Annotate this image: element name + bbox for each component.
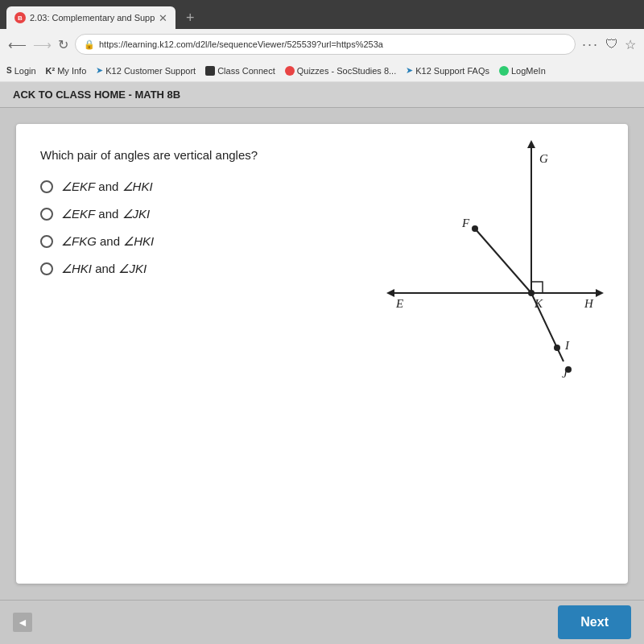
address-bar-row: ⟵ ⟶ ↻ 🔒 https://learning.k12.com/d2l/le/… bbox=[0, 29, 644, 60]
option-4-text: ∠HKI and ∠JKI bbox=[61, 262, 147, 276]
active-tab[interactable]: B 2.03: Complementary and Supp ✕ bbox=[6, 6, 175, 29]
opt3-angle2: ∠HKI bbox=[123, 234, 154, 248]
diagram-area: G F E K H I J bbox=[378, 140, 604, 382]
address-text: https://learning.k12.com/d2l/le/sequence… bbox=[99, 39, 383, 49]
bookmark-star-icon[interactable]: ☆ bbox=[625, 37, 636, 52]
opt2-angle2: ∠JKI bbox=[122, 207, 151, 221]
lock-icon: 🔒 bbox=[84, 39, 95, 50]
bookmark-logmein[interactable]: LogMeIn bbox=[499, 66, 546, 76]
quizzes-label: Quizzes - SocStudies 8... bbox=[297, 66, 397, 76]
k12-arrow-icon: ➤ bbox=[96, 65, 103, 76]
opt4-angle2: ∠JKI bbox=[118, 262, 147, 275]
label-K: K bbox=[534, 297, 543, 310]
bookmark-class-connect[interactable]: Class Connect bbox=[205, 66, 275, 76]
page-header: ACK TO CLASS HOME - MATH 8B bbox=[0, 82, 644, 108]
tab-title: 2.03: Complementary and Supp bbox=[30, 13, 155, 23]
label-E: E bbox=[395, 297, 403, 310]
opt3-angle1: ∠FKG bbox=[61, 234, 97, 248]
more-options-icon[interactable]: ··· bbox=[582, 36, 599, 53]
breadcrumb: ACK TO CLASS HOME - MATH 8B bbox=[13, 89, 180, 101]
geometry-diagram: G F E K H I J bbox=[378, 140, 604, 382]
radio-4[interactable] bbox=[40, 262, 53, 275]
k2-icon: K² bbox=[46, 66, 56, 76]
label-G: G bbox=[539, 152, 548, 165]
shield-icon: 🛡 bbox=[605, 37, 618, 52]
forward-button[interactable]: ⟶ bbox=[33, 37, 52, 52]
back-button[interactable]: ◄ bbox=[13, 613, 32, 632]
class-connect-icon bbox=[205, 66, 215, 76]
opt1-angle1: ∠EKF bbox=[61, 180, 95, 193]
k12-support-label: K12 Support FAQs bbox=[415, 66, 489, 76]
svg-marker-2 bbox=[596, 289, 604, 297]
opt2-and: and bbox=[98, 207, 122, 221]
back-button[interactable]: ⟵ bbox=[8, 37, 27, 52]
tab-bar: B 2.03: Complementary and Supp ✕ + bbox=[0, 0, 644, 29]
class-connect-label: Class Connect bbox=[217, 66, 275, 76]
browser-window: B 2.03: Complementary and Supp ✕ + ⟵ ⟶ ↻… bbox=[0, 0, 644, 644]
bookmark-my-info[interactable]: K² My Info bbox=[46, 66, 87, 76]
s-login-label: Login bbox=[14, 66, 36, 76]
svg-marker-3 bbox=[386, 289, 394, 297]
reload-button[interactable]: ↻ bbox=[58, 37, 68, 52]
option-1-text: ∠EKF and ∠HKI bbox=[61, 180, 153, 194]
next-button[interactable]: Next bbox=[558, 605, 631, 639]
quizzes-icon bbox=[285, 66, 295, 76]
browser-controls: ⟵ ⟶ ↻ bbox=[8, 37, 68, 52]
bookmark-k12-support[interactable]: ➤ K12 Support FAQs bbox=[406, 65, 489, 76]
svg-point-10 bbox=[554, 345, 560, 351]
opt2-angle1: ∠EKF bbox=[61, 207, 95, 221]
bookmark-customer-support[interactable]: ➤ K12 Customer Support bbox=[96, 65, 196, 76]
opt1-and: and bbox=[98, 180, 122, 193]
address-bar[interactable]: 🔒 https://learning.k12.com/d2l/le/sequen… bbox=[75, 34, 576, 55]
radio-2[interactable] bbox=[40, 208, 53, 221]
s-login-icon: S bbox=[6, 66, 12, 75]
bookmarks-bar: S Login K² My Info ➤ K12 Customer Suppor… bbox=[0, 60, 644, 82]
svg-point-8 bbox=[472, 225, 478, 232]
svg-point-12 bbox=[528, 290, 535, 296]
opt4-angle1: ∠HKI bbox=[61, 262, 92, 275]
label-I: I bbox=[564, 339, 570, 352]
opt4-and: and bbox=[95, 262, 118, 275]
radio-3[interactable] bbox=[40, 235, 53, 248]
logmein-label: LogMeIn bbox=[511, 66, 546, 76]
opt3-and: and bbox=[100, 234, 123, 248]
svg-marker-5 bbox=[527, 140, 535, 148]
nav-bar: ◄ Next bbox=[0, 600, 644, 644]
logmein-icon bbox=[499, 66, 509, 76]
radio-1[interactable] bbox=[40, 180, 53, 193]
option-3-text: ∠FKG and ∠HKI bbox=[61, 234, 154, 249]
tab-favicon: B bbox=[14, 12, 26, 23]
bookmark-quizzes[interactable]: Quizzes - SocStudies 8... bbox=[285, 66, 397, 76]
page-content: ACK TO CLASS HOME - MATH 8B Which pair o… bbox=[0, 82, 644, 644]
label-H: H bbox=[584, 297, 594, 310]
page-body: Which pair of angles are vertical angles… bbox=[0, 108, 644, 600]
question-card: Which pair of angles are vertical angles… bbox=[16, 124, 628, 584]
bookmark-s-login[interactable]: S Login bbox=[6, 66, 36, 76]
svg-line-7 bbox=[475, 229, 531, 293]
my-info-label: My Info bbox=[57, 66, 86, 76]
new-tab-button[interactable]: + bbox=[179, 6, 201, 29]
option-2-text: ∠EKF and ∠JKI bbox=[61, 207, 150, 221]
label-F: F bbox=[461, 217, 470, 229]
tab-close-button[interactable]: ✕ bbox=[159, 12, 167, 24]
k12-support-icon: ➤ bbox=[406, 65, 413, 76]
opt1-angle2: ∠HKI bbox=[122, 180, 153, 193]
customer-support-label: K12 Customer Support bbox=[105, 66, 196, 76]
